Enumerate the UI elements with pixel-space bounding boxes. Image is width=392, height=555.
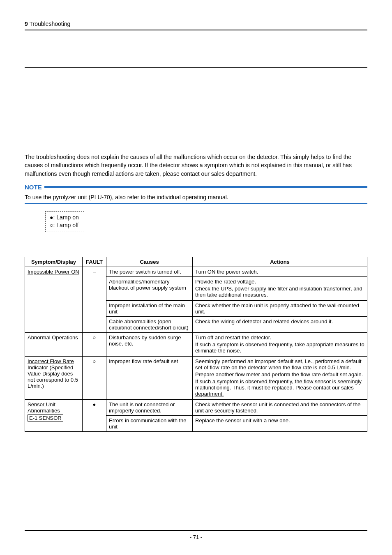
table-row: Incorrect Flow Rate Indicator (Specified… bbox=[25, 357, 367, 400]
cause-cell: Improper installation of the main unit bbox=[106, 301, 193, 317]
error-code-box: E-1 SENSOR bbox=[28, 415, 63, 421]
action-cell: Check whether the sensor unit is connect… bbox=[193, 400, 367, 416]
fault-cell: – bbox=[83, 267, 106, 333]
running-header: 9 Troubleshooting bbox=[25, 21, 367, 30]
footer-rule bbox=[25, 530, 367, 531]
table-row: Abnormal Operations ○ Disturbances by su… bbox=[25, 333, 367, 357]
cause-cell: The unit is not connected or improperly … bbox=[106, 400, 193, 416]
cause-cell: Improper flow rate default set bbox=[106, 357, 193, 400]
troubleshooting-table: Symptom/Display FAULT Causes Actions Imp… bbox=[25, 257, 367, 432]
note-header: NOTE bbox=[25, 178, 367, 191]
action-cell: Check the wiring of detector and related… bbox=[193, 317, 367, 333]
col-actions: Actions bbox=[193, 257, 367, 267]
table-header-row: Symptom/Display FAULT Causes Actions bbox=[25, 257, 367, 267]
page-footer: - 71 - bbox=[0, 530, 392, 540]
section-number: 9 bbox=[25, 21, 28, 27]
col-fault: FAULT bbox=[83, 257, 106, 267]
col-causes: Causes bbox=[106, 257, 193, 267]
fault-cell: ● bbox=[83, 400, 106, 432]
action-cell: Provide the rated voltage. Check the UPS… bbox=[193, 277, 367, 301]
symptom-cell: Incorrect Flow Rate Indicator (Specified… bbox=[25, 357, 83, 400]
action-cell: Check whether the main unit is properly … bbox=[193, 301, 367, 317]
symptom-cell: Sensor Unit Abnormalities E-1 SENSOR bbox=[25, 400, 83, 432]
note-rule-thin bbox=[25, 203, 367, 204]
note-label: NOTE bbox=[25, 184, 42, 191]
section-title: Troubleshooting bbox=[29, 21, 70, 27]
cause-cell: The power switch is turned off. bbox=[106, 267, 193, 277]
table-row: Impossible Power ON – The power switch i… bbox=[25, 267, 367, 277]
note-rule-thick bbox=[44, 186, 367, 188]
table-row: Sensor Unit Abnormalities E-1 SENSOR ● T… bbox=[25, 400, 367, 416]
legend-lamp-off: ○: Lamp off bbox=[50, 221, 79, 230]
horizontal-rule bbox=[25, 67, 367, 68]
horizontal-rule-thin bbox=[25, 89, 367, 89]
action-cell: Seemingly performed an improper default … bbox=[193, 357, 367, 400]
legend-lamp-on: ●: Lamp on bbox=[50, 214, 79, 222]
intro-paragraph: The troubleshooting does not explain the… bbox=[25, 153, 367, 178]
fault-cell: ○ bbox=[83, 357, 106, 400]
action-cell: Replace the sensor unit with a new one. bbox=[193, 416, 367, 432]
symptom-cell: Abnormal Operations bbox=[25, 333, 83, 357]
cause-cell: Errors in communication with the unit bbox=[106, 416, 193, 432]
note-text: To use the pyrolyzer unit (PLU-70), also… bbox=[25, 194, 367, 203]
action-cell: Turn ON the power switch. bbox=[193, 267, 367, 277]
cause-cell: Disturbances by sudden surge noise, etc. bbox=[106, 333, 193, 357]
fault-cell: ○ bbox=[83, 333, 106, 357]
symptom-cell: Impossible Power ON bbox=[25, 267, 83, 333]
col-symptom: Symptom/Display bbox=[25, 257, 83, 267]
cause-cell: Abnormalities/momentary blackout of powe… bbox=[106, 277, 193, 301]
page-number: - 71 - bbox=[0, 534, 392, 540]
action-cell: Turn off and restart the detector. If su… bbox=[193, 333, 367, 357]
lamp-legend: ●: Lamp on ○: Lamp off bbox=[45, 211, 84, 232]
cause-cell: Cable abnormalities (open circuit/not co… bbox=[106, 317, 193, 333]
